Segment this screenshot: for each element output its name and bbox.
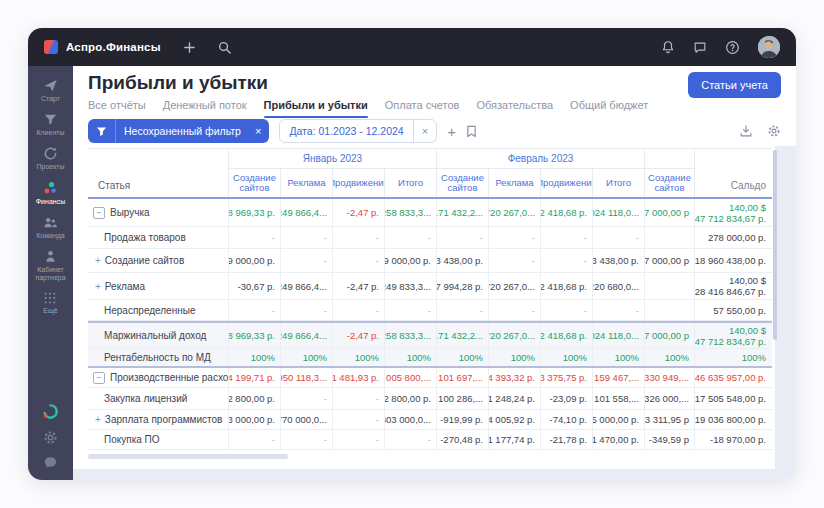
collapse-toggle-icon[interactable]: − [93, 207, 105, 219]
sidebar-item-more[interactable]: Ещё [43, 291, 57, 315]
clients-icon [43, 112, 58, 127]
value-cell: 132 418,68 р. [540, 323, 592, 348]
article-name[interactable]: +Зарплата программистов [88, 410, 228, 429]
column-header[interactable]: Реклама [280, 169, 332, 197]
bookmark-filter-button[interactable] [466, 125, 477, 138]
value-cell: -3 311,95 р [644, 410, 694, 429]
column-header[interactable]: Итого [384, 169, 436, 197]
accounting-articles-button[interactable]: Статьи учета [688, 72, 781, 98]
article-name[interactable]: Закупка лицензий [88, 388, 228, 409]
add-button[interactable] [183, 41, 196, 54]
horizontal-scrollbar[interactable] [88, 454, 288, 459]
table-row[interactable]: −Производственные расходы-54 199,71 р.-9… [88, 368, 772, 388]
article-name[interactable]: Нераспределенные [88, 300, 228, 320]
table-row[interactable]: +Создание сайтов9 000,00 р.--9 000,00 р.… [88, 249, 772, 273]
value-cell: -1 248,24 р. [488, 388, 540, 409]
tab-bill-payment[interactable]: Оплата счетов [385, 99, 460, 118]
value-cell: 2 220 680,0... [592, 273, 644, 299]
date-filter-close-icon[interactable]: × [414, 125, 436, 137]
value-cell: 3 258 833,3... [384, 323, 436, 348]
value-cell: -803 000,0... [384, 410, 436, 429]
sidebar-item-team[interactable]: Команда [36, 215, 65, 240]
table-row[interactable]: +Реклама-30,67 р.3 249 866,4...-2,47 р.3… [88, 273, 772, 300]
table-row[interactable]: Закупка лицензий-2 800,00 р.---2 800,00 … [88, 388, 772, 410]
search-icon [218, 41, 231, 54]
table-row[interactable]: −Выручка8 969,33 р.3 249 866,4...-2,47 р… [88, 199, 772, 227]
messages-button[interactable] [693, 40, 707, 54]
value-cell: 9 000,00 р. [228, 249, 280, 272]
article-name[interactable]: Покупка ПО [88, 430, 228, 449]
value-cell: -270,48 р. [436, 430, 488, 449]
brand-logo-icon[interactable] [42, 403, 59, 420]
value-cell: 3 249 866,4... [280, 273, 332, 299]
table-row[interactable]: Нераспределенные--------57 550,00 р. [88, 300, 772, 321]
value-cell: 803 438,00 р. [436, 249, 488, 272]
table-row[interactable]: Продажа товаров--------278 000,00 р. [88, 227, 772, 249]
article-name[interactable]: Продажа товаров [88, 227, 228, 248]
sidebar-item-start[interactable]: Старт [41, 78, 60, 103]
value-cell: -1 177,74 р. [488, 430, 540, 449]
value-cell: - [332, 388, 384, 409]
tab-general-budget[interactable]: Общий бюджет [570, 99, 648, 118]
collapse-toggle-icon[interactable]: − [93, 372, 105, 384]
date-filter-chip[interactable]: Дата: 01.2023 - 12.2024 × [279, 119, 437, 143]
value-cell: -2 800,00 р. [384, 388, 436, 409]
article-name[interactable]: Маржинальный доход [88, 323, 228, 348]
add-filter-button[interactable]: + [447, 123, 456, 140]
article-name[interactable]: −Производственные расходы [88, 368, 228, 387]
vertical-scrollbar[interactable] [773, 150, 777, 340]
unsaved-filter-close-icon[interactable]: × [249, 125, 269, 137]
filter-funnel-icon[interactable] [88, 119, 115, 143]
unsaved-filter-chip[interactable]: Несохраненный фильтр × [88, 119, 269, 143]
sidebar-item-clients[interactable]: Клиенты [36, 112, 64, 137]
table-row[interactable]: Покупка ПО-----270,48 р.-1 177,74 р.-21,… [88, 430, 772, 450]
expand-plus-icon[interactable]: + [95, 281, 101, 292]
value-cell: - [592, 227, 644, 248]
value-cell: -770 000,0... [280, 410, 332, 429]
tab-cash-flow[interactable]: Денежный поток [163, 99, 247, 118]
tab-obligations[interactable]: Обязательства [476, 99, 553, 118]
table-settings-button[interactable] [767, 124, 781, 138]
tab-profit-loss[interactable]: Прибыли и убытки [264, 99, 368, 118]
column-header[interactable]: Итого [592, 169, 644, 197]
column-header[interactable]: Создание сайтов [228, 169, 280, 197]
partner-icon [43, 249, 58, 264]
table-row[interactable]: Маржинальный доход8 969,33 р.3 249 866,4… [88, 321, 772, 349]
article-name[interactable]: Рентабельность по МД [88, 349, 228, 366]
help-button[interactable] [725, 40, 740, 55]
settings-icon[interactable] [43, 430, 58, 445]
column-header[interactable]: Продвижение [332, 169, 384, 197]
notifications-button[interactable] [661, 40, 675, 54]
tab-all-reports[interactable]: Все отчёты [88, 99, 146, 118]
sidebar-item-partner[interactable]: Кабинет партнера [31, 249, 71, 282]
column-header[interactable]: Создание сайтов [436, 169, 488, 197]
value-cell: 8 969,33 р. [228, 199, 280, 226]
value-cell: 1 171 432,2... [436, 323, 488, 348]
expand-plus-icon[interactable]: + [95, 255, 101, 266]
value-cell: - [488, 249, 540, 272]
value-cell: 9 000,00 р. [384, 249, 436, 272]
table-row[interactable]: Рентабельность по МД100%100%100%100%100%… [88, 349, 772, 368]
sidebar-item-projects[interactable]: Проекты [36, 146, 64, 171]
search-button[interactable] [218, 41, 231, 54]
value-cell: 367 994,28 р. [436, 273, 488, 299]
table-row[interactable]: +Зарплата программистов-33 000,00 р.-770… [88, 410, 772, 430]
column-header[interactable]: Реклама [488, 169, 540, 197]
expand-plus-icon[interactable]: + [95, 414, 101, 425]
export-download-button[interactable] [739, 124, 753, 138]
user-avatar[interactable] [758, 36, 780, 58]
saldo-cell: 100% [694, 349, 772, 366]
value-cell: -74,10 р. [540, 410, 592, 429]
value-cell: -23 375,75 р. [540, 368, 592, 387]
column-header[interactable]: Продвижение [540, 169, 592, 197]
article-name[interactable]: −Выручка [88, 199, 228, 226]
column-header[interactable]: Создание сайтов [644, 169, 694, 197]
article-name[interactable]: +Реклама [88, 273, 228, 299]
sidebar-item-finance[interactable]: Финансы [36, 180, 65, 206]
report-tabs: Все отчёты Денежный поток Прибыли и убыт… [88, 99, 648, 118]
saldo-cell: 57 550,00 р. [694, 300, 772, 320]
article-name[interactable]: +Создание сайтов [88, 249, 228, 272]
support-chat-icon[interactable] [43, 455, 58, 470]
value-cell: -34 393,32 р. [488, 368, 540, 387]
value-cell [644, 273, 694, 299]
